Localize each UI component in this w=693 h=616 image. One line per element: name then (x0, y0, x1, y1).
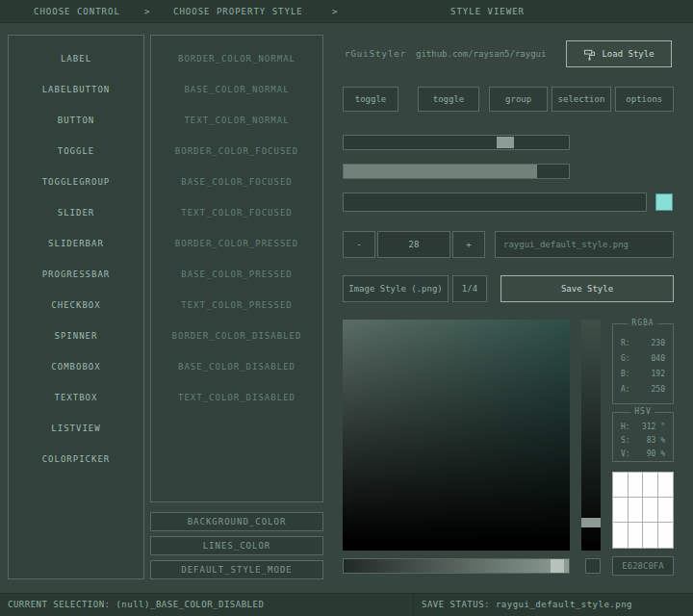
load-style-button[interactable]: Load Style (566, 40, 672, 67)
breadcrumb-arrow-icon: > (144, 0, 150, 23)
textbox[interactable] (343, 192, 647, 212)
grid-cell (643, 523, 658, 548)
control-list-item[interactable]: BUTTON (13, 109, 140, 132)
toggle-button-2[interactable]: toggle (418, 87, 479, 112)
grid-cell (629, 473, 644, 498)
toggle-group-item[interactable]: options (615, 87, 674, 112)
alpha-checkbox[interactable] (585, 558, 601, 574)
control-list-item[interactable]: TEXTBOX (13, 386, 140, 409)
property-list-item[interactable]: TEXT_COLOR_DISABLED (155, 386, 319, 409)
choose-property-style-label: CHOOSE PROPERTY STYLE (173, 0, 303, 23)
control-list-item[interactable]: SLIDER (13, 201, 140, 224)
color-value-bar[interactable] (581, 320, 601, 551)
property-list-item[interactable]: BASE_COLOR_NORMAL (155, 78, 319, 101)
hex-value-textbox[interactable]: E628C0FA (612, 556, 674, 576)
property-list-item[interactable]: BORDER_COLOR_NORMAL (155, 47, 319, 70)
control-list-item[interactable]: LABEL (13, 47, 140, 70)
save-status-label: SAVE STATUS: raygui_default_style.png (422, 594, 632, 616)
combobox-counter[interactable]: 1/4 (452, 275, 487, 302)
property-list-item[interactable]: BORDER_COLOR_PRESSED (155, 232, 319, 255)
property-list-item[interactable]: BASE_COLOR_DISABLED (155, 355, 319, 378)
color-panel[interactable] (343, 320, 570, 551)
rgba-title: RGBA (628, 319, 657, 327)
hsv-title: HSV (630, 407, 654, 416)
controls-list: LABELLABELBUTTONBUTTONTOGGLETOGGLEGROUPS… (8, 35, 144, 579)
statusbar-left: CURRENT SELECTION: (null)_BASE_COLOR_DIS… (0, 593, 414, 616)
spinner-minus-button[interactable]: - (343, 231, 375, 258)
background-color-button[interactable]: BACKGROUND_COLOR (150, 512, 323, 531)
spinner-value[interactable]: 28 (377, 231, 450, 258)
checkbox[interactable] (655, 193, 673, 211)
property-list-item[interactable]: TEXT_COLOR_NORMAL (155, 109, 319, 132)
control-list-item[interactable]: COMBOBOX (13, 355, 140, 378)
grid-cell (658, 523, 674, 548)
control-list-item[interactable]: COLORPICKER (13, 448, 140, 471)
property-list-item[interactable]: TEXT_COLOR_FOCUSED (155, 201, 319, 224)
property-list-item[interactable]: BASE_COLOR_PRESSED (155, 263, 319, 286)
filename-textbox[interactable]: raygui_default_style.png (495, 231, 674, 258)
progressbar[interactable] (343, 164, 570, 179)
property-list-item[interactable]: BORDER_COLOR_FOCUSED (155, 140, 319, 163)
rguistyler-window: CHOOSE CONTROL > CHOOSE PROPERTY STYLE >… (0, 0, 693, 616)
grid-cell (629, 498, 644, 523)
toggle-group-item[interactable]: selection (552, 87, 610, 112)
control-list-item[interactable]: CHECKBOX (13, 294, 140, 317)
control-list-item[interactable]: SPINNER (13, 324, 140, 347)
grid-cell (629, 523, 644, 548)
properties-list: BORDER_COLOR_NORMALBASE_COLOR_NORMALTEXT… (150, 35, 323, 502)
topbar: CHOOSE CONTROL > CHOOSE PROPERTY STYLE >… (0, 0, 693, 23)
toggle-group: groupselectionoptions (489, 87, 674, 112)
save-style-button[interactable]: Save Style (500, 275, 674, 302)
rgba-groupbox: RGBA R:230 G:040 B:192 A:250 (612, 323, 674, 404)
control-list-item[interactable]: TOGGLEGROUP (13, 170, 140, 193)
magnifier-grid (612, 472, 674, 549)
current-selection-label: CURRENT SELECTION: (null)_BASE_COLOR_DIS… (8, 594, 264, 616)
brand-label: rGuiStyler (345, 42, 406, 65)
image-style-combobox[interactable]: Image Style (.png) (343, 275, 449, 302)
toggle-group-item[interactable]: group (489, 87, 548, 112)
grid-cell (613, 498, 629, 523)
value-bar-handle[interactable] (581, 518, 601, 527)
property-list-item[interactable]: BORDER_COLOR_DISABLED (155, 324, 319, 347)
grid-cell (643, 473, 658, 498)
rgba-row-a: A:250 (613, 382, 673, 398)
spinner-plus-button[interactable]: + (452, 231, 485, 258)
paint-roller-icon (583, 48, 596, 61)
load-style-label: Load Style (602, 49, 654, 59)
control-list-item[interactable]: TOGGLE (13, 140, 140, 163)
rgba-row-g: G:040 (613, 351, 673, 367)
alpha-slider-handle[interactable] (551, 559, 564, 573)
control-list-item[interactable]: LABELBUTTON (13, 78, 140, 101)
property-list-item[interactable]: BASE_COLOR_FOCUSED (155, 170, 319, 193)
grid-cell (613, 473, 629, 498)
progressbar-fill (344, 165, 537, 178)
hsv-row-h: H:312 ° (613, 421, 673, 434)
hsv-row-v: V:90 % (613, 448, 673, 461)
hsv-groupbox: HSV H:312 ° S:83 % V:90 % (612, 412, 674, 462)
grid-cell (658, 498, 674, 523)
breadcrumb-arrow-icon: > (332, 0, 338, 23)
lines-color-button[interactable]: LINES_COLOR (150, 536, 323, 555)
slider[interactable] (343, 135, 570, 150)
hsv-row-s: S:83 % (613, 434, 673, 448)
grid-cell (658, 473, 674, 498)
statusbar-right: SAVE STATUS: raygui_default_style.png (414, 593, 693, 616)
style-viewer-label: STYLE VIEWER (450, 0, 525, 23)
control-list-item[interactable]: PROGRESSBAR (13, 263, 140, 286)
grid-cell (613, 523, 629, 548)
rgba-row-b: B:192 (613, 367, 673, 382)
control-list-item[interactable]: SLIDERBAR (13, 232, 140, 255)
slider-handle[interactable] (497, 137, 514, 148)
brand-url: github.com/raysan5/raygui (416, 42, 546, 65)
default-style-mode-button[interactable]: DEFAULT_STYLE_MODE (150, 560, 323, 579)
property-list-item[interactable]: TEXT_COLOR_PRESSED (155, 294, 319, 317)
control-list-item[interactable]: LISTVIEW (13, 417, 140, 440)
grid-cell (643, 498, 658, 523)
toggle-button-1[interactable]: toggle (343, 87, 398, 112)
choose-control-label: CHOOSE CONTROL (34, 0, 120, 23)
alpha-slider[interactable] (343, 558, 570, 574)
toggle-row: toggle toggle groupselectionoptions (343, 87, 674, 112)
rgba-row-r: R:230 (613, 336, 673, 351)
